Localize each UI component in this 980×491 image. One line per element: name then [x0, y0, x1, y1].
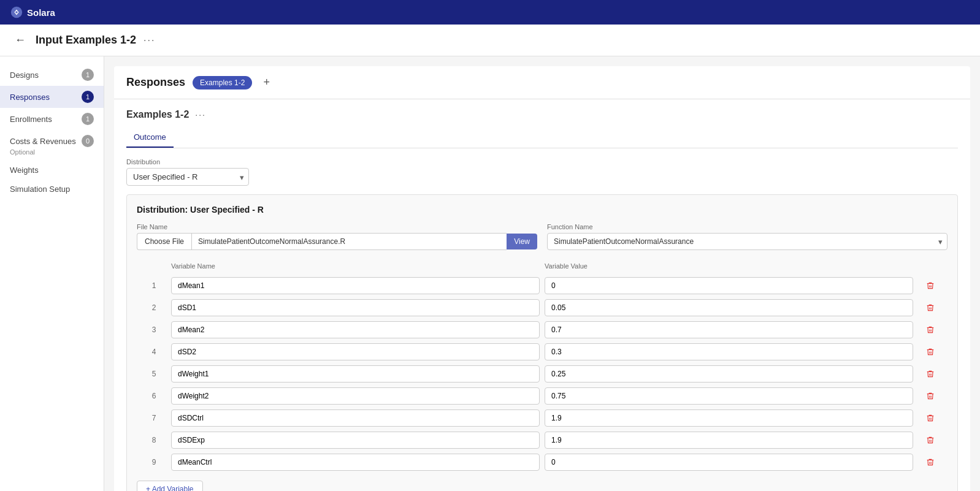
- sidebar-item-label: Weights: [10, 166, 39, 175]
- tab-outcome[interactable]: Outcome: [126, 128, 174, 148]
- delete-variable-button[interactable]: [918, 323, 943, 337]
- responses-panel: Responses Examples 1-2 + Examples 1-2 ··…: [114, 66, 970, 491]
- variables-container: 1 2: [137, 275, 947, 473]
- logo: Solara: [10, 6, 55, 19]
- distribution-select[interactable]: User Specified - R Normal Beta Gamma: [126, 168, 249, 186]
- var-name-input[interactable]: [171, 409, 540, 427]
- add-tab-button[interactable]: +: [259, 75, 274, 90]
- sidebar-item-weights[interactable]: Weights: [0, 161, 104, 180]
- responses-title: Responses: [126, 76, 185, 89]
- distribution-field: Distribution User Specified - R Normal B…: [126, 158, 958, 186]
- table-row: 1: [137, 275, 947, 297]
- var-number: 3: [142, 325, 166, 334]
- table-row: 4: [137, 341, 947, 363]
- delete-variable-button[interactable]: [918, 411, 943, 425]
- sidebar-item-label: Enrollments: [10, 115, 52, 124]
- var-value-input[interactable]: [545, 321, 913, 338]
- var-value-input[interactable]: [545, 365, 913, 383]
- delete-variable-button[interactable]: [918, 389, 943, 403]
- delete-variable-button[interactable]: [918, 433, 943, 447]
- top-nav: Solara: [0, 0, 980, 25]
- sidebar-item-responses[interactable]: Responses 1: [0, 86, 104, 108]
- var-name-input[interactable]: [171, 365, 540, 383]
- file-section: File Name Choose File View: [137, 223, 537, 250]
- sidebar-item-designs[interactable]: Designs 1: [0, 64, 104, 86]
- delete-variable-button[interactable]: [918, 367, 943, 381]
- distribution-box-title: Distribution: User Specified - R: [137, 205, 947, 215]
- function-select[interactable]: SimulatePatientOutcomeNormalAssurance: [547, 233, 947, 250]
- table-row: 8: [137, 429, 947, 451]
- examples-header: Examples 1-2 ···: [126, 109, 958, 120]
- table-row: 2: [137, 297, 947, 319]
- choose-file-button[interactable]: Choose File: [137, 233, 191, 250]
- examples-section: Examples 1-2 ··· Outcome Distribution Us…: [114, 99, 970, 491]
- examples-title: Examples 1-2: [126, 109, 189, 120]
- distribution-box: Distribution: User Specified - R File Na…: [126, 194, 958, 491]
- var-value-input[interactable]: [545, 299, 913, 316]
- var-number: 2: [142, 303, 166, 312]
- outcome-tabs: Outcome: [126, 128, 958, 148]
- distribution-label: Distribution: [126, 158, 958, 166]
- var-number: 9: [142, 458, 166, 466]
- svg-point-1: [15, 11, 18, 13]
- page-title: Input Examples 1-2: [36, 34, 136, 47]
- var-name-header: Variable Name: [171, 262, 540, 270]
- file-function-row: File Name Choose File View Function Name: [137, 223, 947, 250]
- function-select-wrapper: SimulatePatientOutcomeNormalAssurance ▾: [547, 233, 947, 250]
- function-section: Function Name SimulatePatientOutcomeNorm…: [547, 223, 947, 250]
- var-number: 4: [142, 348, 166, 356]
- var-value-header: Variable Value: [545, 262, 913, 270]
- var-number: 7: [142, 414, 166, 422]
- sidebar-item-sub: Optional: [10, 148, 35, 156]
- sidebar-item-enrollments[interactable]: Enrollments 1: [0, 108, 104, 130]
- delete-variable-button[interactable]: [918, 345, 943, 359]
- var-name-input[interactable]: [171, 343, 540, 360]
- sidebar-item-label: Simulation Setup: [10, 185, 70, 194]
- var-name-input[interactable]: [171, 299, 540, 316]
- sidebar-item-label: Costs & Revenues: [10, 137, 76, 146]
- table-row: 7: [137, 407, 947, 429]
- sidebar-badge-designs: 1: [82, 69, 94, 81]
- var-value-input[interactable]: [545, 387, 913, 405]
- tab-examples[interactable]: Examples 1-2: [193, 76, 252, 89]
- main-content: Responses Examples 1-2 + Examples 1-2 ··…: [104, 56, 980, 491]
- var-number: 1: [142, 281, 166, 290]
- var-number: 8: [142, 436, 166, 444]
- sidebar-item-simulation[interactable]: Simulation Setup: [0, 180, 104, 199]
- var-value-input[interactable]: [545, 409, 913, 427]
- table-row: 5: [137, 363, 947, 385]
- back-button[interactable]: ←: [12, 31, 28, 49]
- var-name-input[interactable]: [171, 387, 540, 405]
- var-name-input[interactable]: [171, 432, 540, 449]
- view-button[interactable]: View: [507, 234, 537, 249]
- sidebar-item-costs[interactable]: Costs & Revenues 0 Optional: [0, 130, 104, 161]
- var-value-input[interactable]: [545, 277, 913, 294]
- distribution-select-wrapper: User Specified - R Normal Beta Gamma ▾: [126, 168, 249, 186]
- table-row: 6: [137, 385, 947, 407]
- var-name-input[interactable]: [171, 454, 540, 471]
- file-name-label: File Name: [137, 223, 537, 230]
- delete-variable-button[interactable]: [918, 279, 943, 292]
- var-value-input[interactable]: [545, 343, 913, 360]
- page-header: ← Input Examples 1-2 ···: [0, 25, 980, 56]
- add-variable-button[interactable]: + Add Variable: [137, 481, 203, 491]
- sidebar-badge-costs: 0: [82, 135, 94, 147]
- var-name-input[interactable]: [171, 277, 540, 294]
- table-row: 9: [137, 451, 947, 473]
- var-number: 6: [142, 392, 166, 400]
- delete-variable-button[interactable]: [918, 455, 943, 469]
- main-layout: Designs 1 Responses 1 Enrollments 1 Cost…: [0, 56, 980, 491]
- var-value-input[interactable]: [545, 432, 913, 449]
- file-name-input[interactable]: [191, 233, 507, 250]
- var-value-input[interactable]: [545, 454, 913, 471]
- page-more-button[interactable]: ···: [144, 35, 155, 46]
- variables-header: Variable Name Variable Value: [137, 260, 947, 272]
- delete-variable-button[interactable]: [918, 301, 943, 314]
- var-number: 5: [142, 370, 166, 378]
- file-input-row: Choose File View: [137, 233, 537, 250]
- examples-more-button[interactable]: ···: [195, 110, 206, 120]
- table-row: 3: [137, 319, 947, 341]
- responses-header: Responses Examples 1-2 +: [114, 66, 970, 99]
- sidebar-item-label: Responses: [10, 93, 50, 102]
- var-name-input[interactable]: [171, 321, 540, 338]
